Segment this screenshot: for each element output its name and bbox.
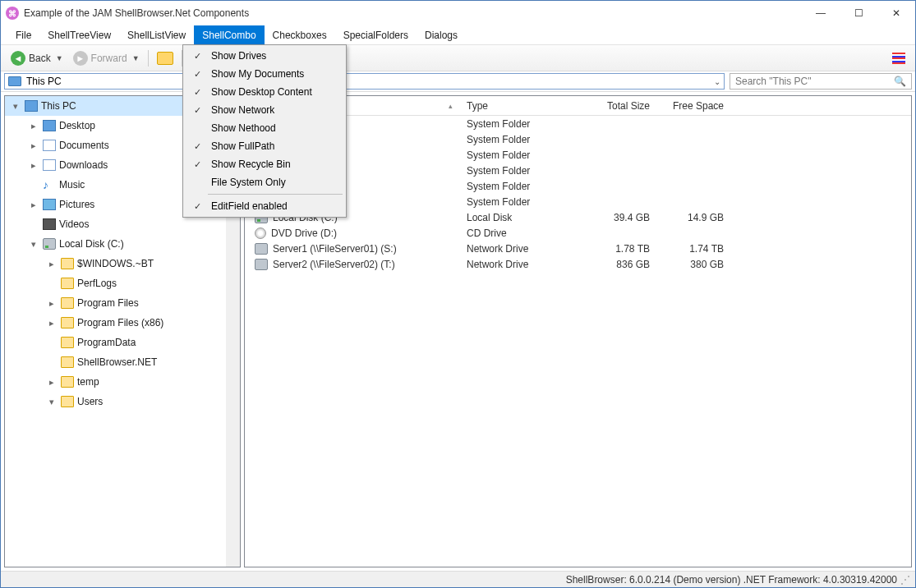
menu-bar: FileShellTreeViewShellListViewShellCombo… bbox=[1, 25, 915, 45]
folder-icon bbox=[61, 258, 74, 269]
menu-shelltreeview[interactable]: ShellTreeView bbox=[39, 25, 119, 44]
back-button[interactable]: ◄ Back ▼ bbox=[6, 49, 68, 67]
tree-item-label: Downloads bbox=[59, 159, 108, 171]
sort-up-icon: ▴ bbox=[449, 102, 453, 110]
menu-item-show-desktop-content[interactable]: ✓Show Desktop Content bbox=[185, 83, 344, 101]
list-row[interactable]: Server1 (\\FileServer01) (S:)Network Dri… bbox=[245, 241, 911, 256]
title-bar: ⌘ Example of the JAM ShellBrowser.Net Co… bbox=[1, 1, 915, 25]
tree-item[interactable]: ▸temp bbox=[5, 372, 240, 392]
expand-toggle-icon[interactable]: ▸ bbox=[28, 160, 39, 171]
column-total-size[interactable]: Total Size bbox=[575, 100, 657, 112]
tree-item-label: ProgramData bbox=[77, 337, 136, 348]
column-type[interactable]: Type bbox=[460, 100, 575, 112]
address-row: This PC ⌄ Search "This PC" 🔍 bbox=[1, 71, 915, 91]
tree-item[interactable]: ▾Users bbox=[5, 392, 240, 411]
search-placeholder: Search "This PC" bbox=[735, 76, 812, 87]
search-icon: 🔍 bbox=[894, 76, 906, 87]
folder-icon bbox=[61, 278, 74, 289]
menu-item-label: Show Network bbox=[211, 104, 274, 116]
menu-item-file-system-only[interactable]: File System Only bbox=[185, 173, 344, 191]
expand-toggle-icon[interactable]: ▸ bbox=[28, 121, 39, 131]
menu-checkboxes[interactable]: Checkboxes bbox=[265, 25, 335, 44]
menu-item-label: Show Nethood bbox=[211, 122, 276, 134]
list-item-name: DVD Drive (D:) bbox=[271, 227, 337, 239]
expand-toggle-icon[interactable]: ▾ bbox=[28, 239, 39, 250]
menu-dialogs[interactable]: Dialogs bbox=[417, 25, 466, 44]
chevron-down-icon[interactable]: ⌄ bbox=[714, 77, 720, 86]
tree-item-label: Desktop bbox=[59, 120, 95, 131]
pc-icon bbox=[43, 120, 56, 131]
expand-toggle-icon[interactable]: ▸ bbox=[28, 200, 39, 210]
tree-item-label: Users bbox=[77, 396, 103, 407]
address-bar[interactable]: This PC ⌄ bbox=[4, 73, 725, 90]
close-button[interactable]: ✕ bbox=[877, 1, 915, 25]
list-item-name: Server1 (\\FileServer01) (S:) bbox=[273, 243, 397, 255]
menu-item-editfield-enabled[interactable]: ✓EditField enabled bbox=[185, 197, 344, 215]
search-input[interactable]: Search "This PC" 🔍 bbox=[730, 73, 912, 90]
expand-toggle-icon[interactable]: ▾ bbox=[46, 397, 58, 407]
go-to-folder-button[interactable] bbox=[152, 50, 178, 67]
window-title: Example of the JAM ShellBrowser.Net Comp… bbox=[24, 7, 802, 19]
expand-toggle-icon[interactable]: ▸ bbox=[46, 259, 58, 269]
vid-icon bbox=[43, 218, 56, 230]
chevron-down-icon: ▼ bbox=[132, 54, 140, 62]
column-free-space[interactable]: Free Space bbox=[657, 100, 731, 112]
expand-toggle-icon[interactable]: ▸ bbox=[46, 377, 58, 388]
tree-item-label: $WINDOWS.~BT bbox=[77, 258, 154, 269]
tree-item-label: Music bbox=[59, 179, 85, 191]
menu-shellcombo[interactable]: ShellCombo bbox=[194, 25, 264, 44]
menu-item-show-nethood[interactable]: Show Nethood bbox=[185, 119, 344, 137]
tree-item[interactable]: ▸$WINDOWS.~BT bbox=[5, 254, 240, 273]
tree-item[interactable]: ShellBrowser.NET bbox=[5, 352, 240, 372]
folder-icon bbox=[61, 297, 74, 309]
forward-button[interactable]: ► Forward ▼ bbox=[68, 49, 145, 67]
tree-item-label: Program Files (x86) bbox=[77, 317, 163, 328]
menu-item-show-fullpath[interactable]: ✓Show FullPath bbox=[185, 137, 344, 155]
folder-icon bbox=[157, 52, 173, 65]
expand-toggle-icon[interactable]: ▸ bbox=[46, 298, 58, 309]
menu-item-label: Show FullPath bbox=[211, 140, 274, 152]
tree-item[interactable]: ▸Program Files (x86) bbox=[5, 313, 240, 333]
tree-item[interactable]: ▸Program Files bbox=[5, 293, 240, 313]
tree-item[interactable]: ▾Local Disk (C:) bbox=[5, 234, 240, 254]
menu-item-show-my-documents[interactable]: ✓Show My Documents bbox=[185, 65, 344, 83]
tree-item[interactable]: ProgramData bbox=[5, 333, 240, 352]
menu-item-show-network[interactable]: ✓Show Network bbox=[185, 101, 344, 119]
check-icon: ✓ bbox=[190, 159, 205, 170]
maximize-button[interactable]: ☐ bbox=[840, 1, 877, 25]
pc-icon bbox=[8, 76, 21, 86]
back-icon: ◄ bbox=[11, 51, 25, 66]
list-item-type: CD Drive bbox=[460, 227, 575, 239]
check-icon: ✓ bbox=[190, 141, 205, 152]
menu-item-show-recycle-bin[interactable]: ✓Show Recycle Bin bbox=[185, 155, 344, 173]
tree-item-label: temp bbox=[77, 376, 99, 388]
forward-label: Forward bbox=[91, 53, 127, 64]
check-icon: ✓ bbox=[190, 69, 205, 80]
expand-toggle-icon[interactable]: ▸ bbox=[46, 318, 58, 328]
expand-toggle-icon[interactable]: ▾ bbox=[10, 101, 21, 112]
status-text: ShellBrowser: 6.0.0.214 (Demo version) .… bbox=[566, 574, 897, 586]
tree-item-label: Videos bbox=[59, 218, 89, 230]
list-item-type: Network Drive bbox=[460, 259, 575, 270]
menu-item-show-drives[interactable]: ✓Show Drives bbox=[185, 47, 344, 65]
folder-icon bbox=[61, 337, 74, 348]
menu-shelllistview[interactable]: ShellListView bbox=[119, 25, 194, 44]
menu-item-label: Show My Documents bbox=[211, 68, 304, 80]
menu-specialfolders[interactable]: SpecialFolders bbox=[335, 25, 417, 44]
net-icon bbox=[255, 259, 268, 270]
list-item-free: 14.9 GB bbox=[657, 212, 731, 223]
list-item-free: 380 GB bbox=[657, 259, 731, 270]
tree-item[interactable]: PerfLogs bbox=[5, 273, 240, 293]
menu-file[interactable]: File bbox=[7, 25, 39, 44]
list-row[interactable]: DVD Drive (D:)CD Drive bbox=[245, 225, 911, 241]
options-button[interactable] bbox=[887, 51, 910, 66]
music-icon: ♪ bbox=[43, 179, 56, 191]
expand-toggle-icon[interactable]: ▸ bbox=[28, 140, 39, 151]
folder-icon bbox=[61, 396, 74, 407]
back-label: Back bbox=[29, 53, 51, 64]
resize-grip[interactable]: ⋰ bbox=[900, 574, 909, 586]
folder-icon bbox=[61, 356, 74, 368]
minimize-button[interactable]: ― bbox=[802, 1, 840, 25]
list-row[interactable]: Server2 (\\FileServer02) (T:)Network Dri… bbox=[245, 256, 911, 272]
check-icon: ✓ bbox=[190, 87, 205, 98]
